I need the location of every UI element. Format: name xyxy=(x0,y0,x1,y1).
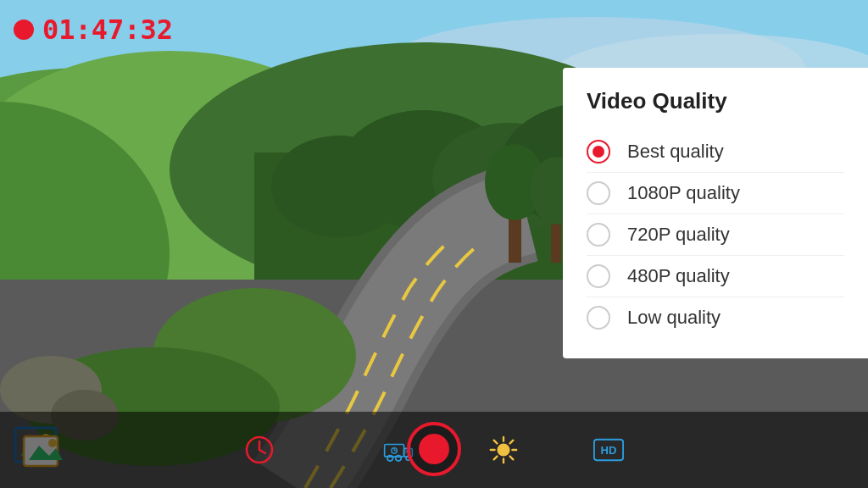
svg-line-48 xyxy=(494,457,498,460)
quality-option-best[interactable]: Best quality xyxy=(587,131,844,172)
quality-panel: Video Quality Best quality 1080P quality… xyxy=(563,68,868,358)
quality-option-720p[interactable]: 720P quality xyxy=(587,214,844,255)
quality-panel-title: Video Quality xyxy=(587,88,844,114)
bottom-toolbar: HD xyxy=(0,412,868,488)
recording-indicator: 01:47:32 xyxy=(14,14,173,46)
svg-text:HD: HD xyxy=(601,444,617,457)
radio-inner-best xyxy=(593,146,604,158)
quality-option-low[interactable]: Low quality xyxy=(587,297,844,338)
svg-line-30 xyxy=(259,450,265,453)
radio-480p xyxy=(587,264,610,288)
clock-icon[interactable] xyxy=(244,435,275,465)
quality-label-720p: 720P quality xyxy=(627,224,730,246)
svg-line-46 xyxy=(510,457,514,460)
svg-line-47 xyxy=(510,441,514,444)
quality-label-1080p: 1080P quality xyxy=(627,182,740,204)
hd-icon[interactable]: HD xyxy=(593,435,624,465)
radio-1080p xyxy=(587,181,610,205)
sun-icon[interactable] xyxy=(488,435,519,465)
record-button[interactable] xyxy=(407,422,461,476)
svg-point-40 xyxy=(497,443,509,456)
recording-dot xyxy=(14,19,34,40)
radio-720p xyxy=(587,223,610,247)
quality-label-480p: 480P quality xyxy=(627,265,730,287)
quality-option-1080p[interactable]: 1080P quality xyxy=(587,173,844,214)
radio-best xyxy=(587,140,610,164)
quality-label-low: Low quality xyxy=(627,307,721,329)
quality-label-best: Best quality xyxy=(627,141,724,163)
recording-time: 01:47:32 xyxy=(42,14,173,46)
record-inner xyxy=(419,434,449,464)
svg-line-45 xyxy=(494,441,498,444)
radio-low xyxy=(587,306,610,330)
quality-option-480p[interactable]: 480P quality xyxy=(587,256,844,297)
